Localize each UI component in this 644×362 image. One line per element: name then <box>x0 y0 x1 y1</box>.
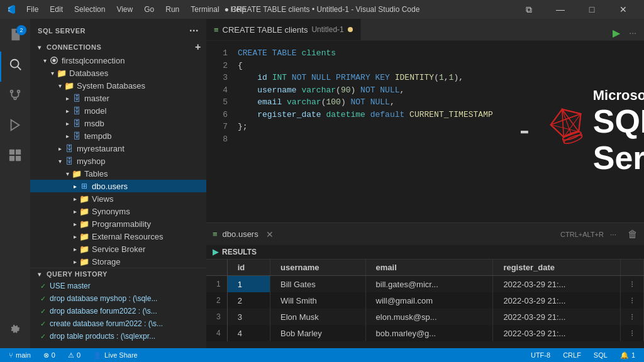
table-row[interactable]: 1 1 Bill Gates bill.gates@micr... 2022-0… <box>206 276 644 293</box>
history-item-3[interactable]: ✓ drop database forum2022 : (\s... <box>30 305 206 317</box>
views-label: Views <box>92 194 113 204</box>
window-minimize-btn[interactable]: — <box>546 0 575 19</box>
results-table-container[interactable]: id username email register_date 1 1 <box>206 260 644 348</box>
menu-terminal[interactable]: Terminal <box>186 4 224 15</box>
window-close-btn[interactable]: ✕ <box>609 0 638 19</box>
editor-split: 1 CREATE TABLE clients 2 { 3 id INT NOT … <box>206 41 644 348</box>
activity-icon-explorer[interactable]: 2 <box>0 21 30 52</box>
error-icon: ⊗ <box>43 351 49 359</box>
row-actions-4[interactable]: ⁝ <box>621 325 644 341</box>
tree-item-tables[interactable]: 📁 Tables <box>30 167 206 180</box>
sql-server-logo-group: Microsoft SQL Server <box>543 87 644 175</box>
activity-icon-scm[interactable] <box>0 82 30 112</box>
row-actions-1[interactable]: ⁝ <box>621 276 644 293</box>
tree-item-myrestaurant[interactable]: 🗄 myrestaurant <box>30 142 206 155</box>
row-num-2: 2 <box>206 292 227 309</box>
menu-file[interactable]: File <box>21 4 43 15</box>
history-item-5[interactable]: ✓ drop table products : (\sqlexpr... <box>30 330 206 343</box>
menu-edit[interactable]: Edit <box>45 4 68 15</box>
status-line-ending[interactable]: CRLF <box>560 351 584 359</box>
status-language[interactable]: SQL <box>591 351 610 359</box>
tree-item-databases[interactable]: 📁 Databases <box>30 67 206 79</box>
table-row[interactable]: 2 2 Will Smith will@gmail.com 2022-03-29… <box>206 292 644 309</box>
tree-item-programmability[interactable]: 📁 Programmability <box>30 217 206 230</box>
table-row[interactable]: 4 4 Bob Marley bob.marley@g... 2022-03-2… <box>206 325 644 341</box>
tree-item-dbo-users[interactable]: ⊞ dbo.users <box>30 180 206 192</box>
sidebar: SQL SERVER ··· CONNECTIONS + <box>30 19 206 348</box>
databases-folder-icon: 📁 <box>57 68 67 78</box>
storage-folder-icon: 📁 <box>79 256 89 266</box>
query-history-chevron-icon <box>35 270 44 278</box>
programmability-folder-icon: 📁 <box>79 219 89 229</box>
msdb-chevron-icon <box>63 119 72 128</box>
run-query-btn[interactable]: ▶ <box>609 25 624 40</box>
status-git-branch[interactable]: ⑂ main <box>6 351 33 359</box>
storage-chevron-icon <box>70 257 79 266</box>
status-encoding[interactable]: UTF-8 <box>528 351 553 359</box>
editor-tab-active[interactable]: ≡ CREATE TABLE clients Untitled-1 <box>206 19 361 40</box>
status-live-share[interactable]: 👤 Live Share <box>91 351 140 359</box>
tree-item-tempdb[interactable]: 🗄 tempdb <box>30 129 206 142</box>
history-item-4[interactable]: ✓ create database forum2022 : (\s... <box>30 317 206 330</box>
svg-line-1 <box>18 67 21 70</box>
results-tab-more-btn[interactable]: ··· <box>610 230 616 239</box>
table-grid-icon: ⊞ <box>79 181 89 191</box>
history-item-1[interactable]: ✓ USE master <box>30 280 206 292</box>
model-chevron-icon <box>63 106 72 115</box>
history-item-2[interactable]: ✓ drop database myshop : (\sqle... <box>30 292 206 305</box>
tree-item-system-databases[interactable]: 📁 System Databases <box>30 79 206 92</box>
code-line-5: 5 email varchar(100) NOT NULL, <box>206 96 521 109</box>
code-editor[interactable]: 1 CREATE TABLE clients 2 { 3 id INT NOT … <box>206 41 521 222</box>
add-connection-btn[interactable]: + <box>195 41 201 53</box>
databases-chevron-icon <box>48 69 57 77</box>
tab-dirty-indicator <box>348 27 353 32</box>
tree-item-master[interactable]: 🗄 master <box>30 92 206 104</box>
delete-result-btn[interactable]: 🗑 <box>628 229 638 240</box>
status-bar: ⑂ main ⊗ 0 ⚠ 0 👤 Live Share UTF-8 CRLF S… <box>0 348 644 362</box>
tree-item-msdb[interactable]: 🗄 msdb <box>30 117 206 129</box>
menu-selection[interactable]: Selection <box>69 4 110 15</box>
menu-view[interactable]: View <box>111 4 138 15</box>
activity-icon-settings[interactable] <box>0 315 30 346</box>
menu-run[interactable]: Run <box>160 4 184 15</box>
window-maximize-btn[interactable]: □ <box>577 0 606 19</box>
cell-username-1: Bill Gates <box>270 276 366 293</box>
code-line-4: 4 username varchar(90) NOT NULL, <box>206 84 521 97</box>
svg-rect-6 <box>9 150 14 155</box>
tree-item-service-broker[interactable]: 📁 Service Broker <box>30 243 206 255</box>
tree-item-external-resources[interactable]: 📁 External Resources <box>30 230 206 243</box>
badge: 2 <box>16 25 26 35</box>
results-tab-close-btn[interactable]: ✕ <box>264 228 276 241</box>
activity-icon-search[interactable] <box>0 52 30 82</box>
tree-item-synonyms[interactable]: 📁 Synonyms <box>30 205 206 217</box>
menu-go[interactable]: Go <box>139 4 159 15</box>
results-tab-bar: ≡ dbo.users ✕ CTRL+ALT+R ··· 🗑 <box>206 223 644 245</box>
row-actions-3[interactable]: ⁝ <box>621 309 644 325</box>
sql-server-text-group: Microsoft SQL Server <box>593 87 644 175</box>
query-history-header[interactable]: QUERY HISTORY <box>30 268 206 280</box>
connections-section-header[interactable]: CONNECTIONS + <box>30 40 206 54</box>
live-share-icon: 👤 <box>93 351 102 359</box>
microsoft-label: Microsoft <box>593 87 644 104</box>
tree-item-model[interactable]: 🗄 model <box>30 104 206 117</box>
tree-item-connection[interactable]: firstsqlconnection <box>30 54 206 67</box>
external-resources-folder-icon: 📁 <box>79 231 89 241</box>
activity-icon-debug[interactable] <box>0 112 30 142</box>
results-tab-left: ≡ dbo.users ✕ <box>213 228 276 241</box>
tab-more-btn[interactable]: ··· <box>629 28 636 38</box>
status-warnings[interactable]: ⚠ 0 <box>65 351 83 359</box>
tree-item-views[interactable]: 📁 Views <box>30 192 206 205</box>
activity-bar: 2 <box>0 19 30 348</box>
window-toggle-btn[interactable]: ⧉ <box>514 0 543 19</box>
tree-item-storage[interactable]: 📁 Storage <box>30 255 206 268</box>
table-row[interactable]: 3 3 Elon Musk elon.musk@sp... 2022-03-29… <box>206 309 644 325</box>
row-actions-2[interactable]: ⁝ <box>621 292 644 309</box>
tree-item-myshop[interactable]: 🗄 myshop <box>30 155 206 167</box>
activity-icon-extensions[interactable] <box>0 142 30 172</box>
databases-label: Databases <box>69 69 108 78</box>
status-errors[interactable]: ⊗ 0 <box>41 351 58 359</box>
sidebar-more-btn[interactable]: ··· <box>189 25 199 36</box>
cell-date-4: 2022-03-29 21:... <box>493 325 621 341</box>
menu-bar[interactable]: File Edit Selection View Go Run Terminal… <box>21 4 251 15</box>
status-notification[interactable]: 🔔 1 <box>618 351 638 359</box>
